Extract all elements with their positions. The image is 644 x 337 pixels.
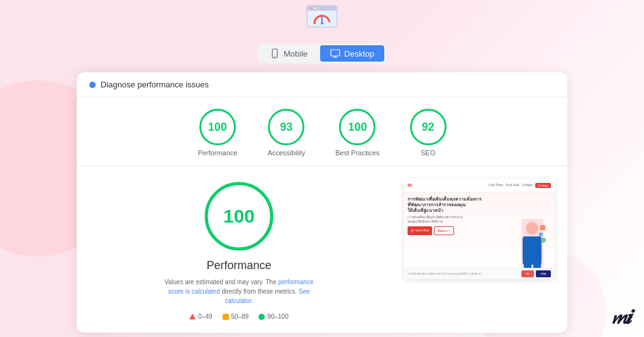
metric-label-best-practices: Best Practices: [335, 149, 379, 157]
legend-triangle-red: [189, 314, 196, 319]
preview-footer-logo-1: M: [521, 270, 534, 277]
metric-circle-best-practices: 100: [339, 109, 375, 145]
preview-subtext: เราพร้อมที่จะเพิ่มประสิทธิภาพการทำงานของ…: [408, 215, 511, 224]
metric-best-practices: 100 Best Practices: [335, 109, 379, 157]
svg-point-6: [321, 22, 323, 25]
big-score-value: 100: [223, 206, 255, 227]
preview-body: การพัฒนาเพื่อเติมเต็มทุกความต้องการที่พั…: [404, 192, 555, 279]
tabs-container: Mobile Desktop: [258, 43, 386, 64]
metric-seo: 92 SEO: [410, 109, 447, 157]
tab-mobile-label: Mobile: [284, 49, 308, 58]
preview-footer: เราพร้อมที่จะเพิ่มประสิทธิภาพการทำงานของ…: [404, 268, 555, 279]
desktop-icon: [330, 48, 340, 58]
svg-rect-16: [523, 236, 541, 265]
main-container: Mobile Desktop Diagnose performance issu…: [77, 4, 567, 333]
performance-detail: 100 Performance Values are estimated and…: [89, 179, 389, 320]
preview-nav-item: Find Parts: [489, 183, 503, 188]
preview-buttons: ดูรายละเอียด ติดต่อเรา: [408, 226, 511, 235]
mobile-icon: [270, 48, 280, 58]
main-card: Diagnose performance issues 100 Performa…: [77, 72, 567, 333]
legend-green: 90–100: [258, 313, 288, 320]
tab-desktop-label: Desktop: [344, 49, 374, 58]
svg-rect-9: [331, 50, 340, 56]
svg-point-21: [541, 238, 546, 243]
svg-point-3: [314, 8, 316, 9]
svg-point-8: [274, 56, 275, 57]
preview-nav-item: Post Sale: [506, 183, 519, 188]
diagnose-title: Diagnose performance issues: [101, 80, 209, 89]
diagnose-indicator: [89, 82, 96, 88]
metric-label-accessibility: Accessibility: [267, 149, 305, 157]
speed-gauge-icon: [303, 4, 341, 36]
metric-circle-seo: 92: [410, 109, 447, 145]
legend-red: 0–49: [189, 313, 212, 320]
brand-logo-area: 𝓶𝒊: [609, 307, 631, 327]
preview-nav-item: Contact: [522, 183, 533, 188]
preview-cta1: ดูรายละเอียด: [408, 226, 432, 235]
legend-circle-green: [258, 314, 265, 320]
preview-person-svg: [515, 219, 550, 275]
preview-person-area: [513, 196, 551, 275]
svg-point-2: [311, 8, 313, 9]
metric-label-performance: Performance: [197, 149, 237, 157]
preview-cta2: ติดต่อเรา: [434, 226, 454, 235]
metric-accessibility: 93 Accessibility: [267, 109, 305, 157]
svg-rect-20: [539, 233, 543, 236]
score-legend: 0–49 50–89 90–100: [189, 313, 288, 320]
performance-title: Performance: [206, 259, 271, 272]
svg-point-4: [318, 8, 320, 9]
svg-point-15: [526, 222, 538, 235]
preview-content: การพัฒนาเพื่อเติมเต็มทุกความต้องการที่พั…: [408, 196, 511, 275]
performance-description: Values are estimated and may vary. The p…: [164, 277, 314, 306]
legend-square-orange: [223, 314, 229, 320]
website-preview: M Find Parts Post Sale Contact Contact ก…: [404, 179, 555, 279]
preview-footer-text: เราพร้อมที่จะเพิ่มประสิทธิภาพการทำงานของ…: [408, 272, 481, 276]
preview-footer-logos: M TOA: [521, 270, 551, 277]
tab-desktop[interactable]: Desktop: [320, 45, 384, 62]
preview-headline: การพัฒนาเพื่อเติมเต็มทุกความต้องการที่พั…: [408, 196, 511, 213]
bottom-section: 100 Performance Values are estimated and…: [77, 166, 567, 333]
preview-logo: M: [408, 182, 412, 188]
metric-circle-performance: 100: [199, 109, 236, 145]
diagnose-header: Diagnose performance issues: [77, 72, 567, 97]
big-score-circle: 100: [201, 179, 277, 254]
metrics-row: 100 Performance 93 Accessibility 100 Bes…: [77, 97, 567, 166]
metric-circle-accessibility: 93: [268, 109, 304, 145]
metric-label-seo: SEO: [421, 149, 435, 157]
preview-nav: Find Parts Post Sale Contact Contact: [489, 183, 551, 188]
preview-contact-btn: Contact: [535, 183, 551, 188]
svg-rect-19: [540, 225, 545, 230]
preview-footer-logo-2: TOA: [536, 270, 551, 277]
top-icon-area: [303, 4, 341, 36]
legend-orange: 50–89: [223, 313, 249, 320]
tab-mobile[interactable]: Mobile: [260, 45, 318, 62]
preview-header: M Find Parts Post Sale Contact Contact: [404, 179, 555, 192]
brand-logo: 𝓶𝒊: [609, 306, 631, 328]
metric-performance: 100 Performance: [197, 109, 237, 157]
